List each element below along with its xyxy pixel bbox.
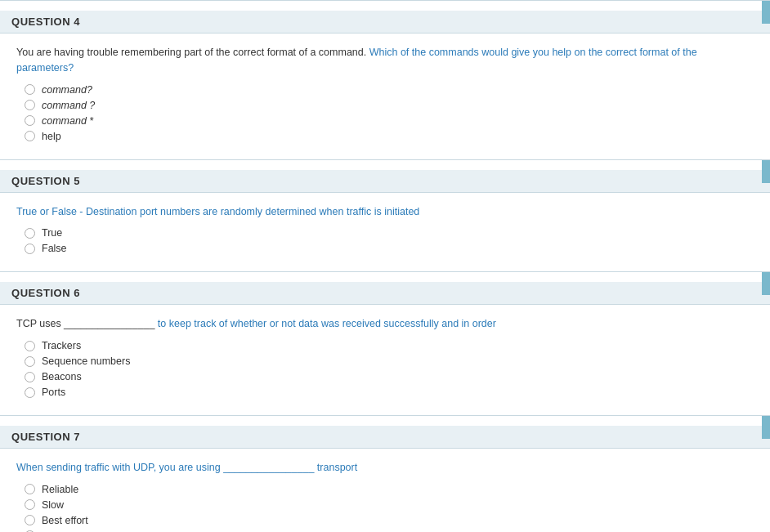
question-header-q4: QUESTION 4 [0,11,770,34]
option-item[interactable]: Slow [25,499,745,511]
radio-button[interactable] [25,244,35,254]
radio-button[interactable] [25,372,35,382]
option-label: command? [42,84,92,96]
option-label: command * [42,115,93,127]
option-item[interactable]: command ? [25,100,745,111]
option-item[interactable]: Sequence numbers [25,355,745,367]
option-item[interactable]: Beacons [25,371,745,382]
option-label: Beacons [42,371,82,382]
radio-button[interactable] [25,228,35,239]
question-text-highlight: traffic is initiated [343,206,419,217]
option-item[interactable]: Best effort [25,515,745,526]
question-header-q5: QUESTION 5 [0,170,770,193]
radio-button[interactable] [25,387,35,398]
options-list-q5: TrueFalse [0,227,770,254]
question-text-highlight: to keep track of whether or not data was… [158,318,496,329]
radio-button[interactable] [25,84,35,95]
radio-button[interactable] [25,341,35,351]
question-text-normal: You are having trouble remembering part … [16,47,369,58]
option-item[interactable]: command * [25,115,745,127]
question-number-q4: QUESTION 4 [11,16,80,28]
question-text-q5: True or False - Destination port numbers… [0,201,770,228]
option-label: Ports [42,387,65,398]
question-text-q7: When sending traffic with UDP, you are u… [0,457,770,484]
question-header-q7: QUESTION 7 [0,426,770,449]
option-item[interactable]: Trackers [25,340,745,351]
option-item[interactable]: True [25,227,745,239]
radio-button[interactable] [25,356,35,367]
option-item[interactable]: command? [25,84,745,96]
radio-button[interactable] [25,499,35,510]
question-number-q5: QUESTION 5 [11,175,80,187]
question-block-q6: QUESTION 6TCP uses ________________ to k… [0,271,770,415]
question-header-q6: QUESTION 6 [0,282,770,305]
option-item[interactable]: Ports [25,387,745,398]
question-flag-q6 [762,272,770,295]
option-item[interactable]: Reliable [25,484,745,495]
option-label: Trackers [42,340,81,351]
radio-button[interactable] [25,131,35,141]
option-item[interactable]: help [25,131,745,142]
question-block-q7: QUESTION 7When sending traffic with UDP,… [0,415,770,532]
question-flag-q4 [762,1,770,24]
radio-button[interactable] [25,515,35,525]
option-label: False [42,243,67,254]
question-text-highlight: True or False - Destination port numbers… [16,206,320,217]
question-text-q4: You are having trouble remembering part … [0,42,770,84]
question-block-q5: QUESTION 5True or False - Destination po… [0,159,770,272]
options-list-q6: TrackersSequence numbersBeaconsPorts [0,340,770,398]
option-item[interactable]: False [25,243,745,254]
question-text-normal: TCP uses ________________ [16,318,158,329]
question-number-q6: QUESTION 6 [11,287,80,299]
option-label: help [42,131,61,142]
options-list-q4: command?command ?command *help [0,84,770,142]
radio-button[interactable] [25,100,35,110]
question-number-q7: QUESTION 7 [11,431,80,443]
option-label: command ? [42,100,95,111]
question-flag-q7 [762,416,770,439]
option-label: Best effort [42,515,88,526]
question-text-q6: TCP uses ________________ to keep track … [0,313,770,340]
question-flag-q5 [762,160,770,183]
option-label: Slow [42,499,64,511]
option-label: Reliable [42,484,78,495]
question-text-highlight: When sending traffic with UDP, you are u… [16,462,357,473]
page-container: QUESTION 4You are having trouble remembe… [0,0,770,532]
question-block-q4: QUESTION 4You are having trouble remembe… [0,0,770,159]
radio-button[interactable] [25,115,35,126]
options-list-q7: ReliableSlowBest effortSecure [0,484,770,532]
radio-button[interactable] [25,484,35,494]
option-label: Sequence numbers [42,355,130,367]
option-label: True [42,227,62,239]
question-text-highlight2: when [320,206,344,217]
